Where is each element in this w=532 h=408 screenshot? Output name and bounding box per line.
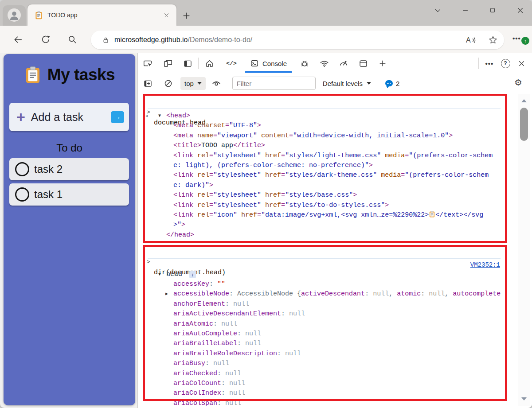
help-button[interactable]: ? bbox=[497, 56, 513, 70]
back-arrow-icon bbox=[13, 35, 23, 45]
console-command-row: > dir(document.head) bbox=[138, 246, 501, 257]
task-checkbox[interactable] bbox=[15, 162, 29, 176]
issues-bubble-icon bbox=[385, 80, 393, 86]
close-window-button[interactable] bbox=[512, 3, 528, 18]
scrollbar-thumb[interactable] bbox=[520, 108, 528, 141]
issues-count: 2 bbox=[396, 80, 399, 87]
plus-icon bbox=[378, 59, 387, 68]
expander-icon[interactable]: ▶ bbox=[165, 289, 168, 299]
clipboard-favicon-icon bbox=[35, 11, 43, 19]
tab-actions-button[interactable] bbox=[429, 3, 446, 18]
html-line: e: light), (prefers-color-scheme: no-pre… bbox=[138, 161, 505, 171]
browser-tab[interactable]: TODO app bbox=[27, 4, 176, 26]
more-menu-button[interactable]: ••• ↑ bbox=[512, 35, 528, 46]
object-property-row: ariaActiveDescendantElement: null bbox=[138, 309, 505, 319]
object-property-row: anchorElement: null bbox=[138, 299, 505, 309]
expander-icon[interactable]: ▼ bbox=[158, 111, 161, 121]
object-property-row: ariaBusy: null bbox=[138, 359, 505, 369]
todo-app-panel: My tasks + Add a task → To do task 2 tas… bbox=[4, 54, 135, 405]
task-checkbox[interactable] bbox=[15, 187, 29, 202]
device-emulation-button[interactable] bbox=[160, 56, 176, 70]
object-property-row: ariaAutoComplete: null bbox=[138, 329, 505, 339]
expander-icon[interactable]: ▼ bbox=[158, 270, 161, 280]
context-selector-dropdown[interactable]: top bbox=[180, 77, 206, 90]
console-toolbar: top Default levels 2 bbox=[138, 74, 532, 93]
inspect-element-button[interactable] bbox=[140, 56, 156, 70]
console-output: > document.head ◂▼<head><meta charset="U… bbox=[138, 93, 532, 408]
settings-gear-icon[interactable]: ⚙ bbox=[514, 77, 522, 88]
output-marker-icon: ◂ bbox=[145, 111, 148, 121]
application-tab-button[interactable] bbox=[355, 56, 371, 70]
back-button[interactable] bbox=[11, 33, 25, 46]
code-icon: </> bbox=[226, 60, 236, 67]
html-line: <link rel="stylesheet" href="styles/to-d… bbox=[138, 201, 505, 210]
add-task-label: Add a task bbox=[31, 111, 111, 124]
url-bar[interactable]: microsoftedge.github.io/Demos/demo-to-do… bbox=[91, 31, 504, 49]
network-conditions-button[interactable] bbox=[316, 56, 332, 70]
task-item[interactable]: task 1 bbox=[9, 183, 129, 206]
minimize-button[interactable] bbox=[457, 3, 473, 18]
star-icon bbox=[488, 35, 498, 45]
elements-tab-button[interactable]: </> bbox=[223, 56, 239, 70]
avatar bbox=[8, 8, 21, 22]
search-button[interactable] bbox=[65, 33, 79, 46]
console-icon bbox=[250, 59, 259, 68]
html-line: e: dark)"> bbox=[138, 181, 505, 190]
html-line: <title>TODO app</title> bbox=[138, 141, 505, 151]
live-expression-button[interactable] bbox=[208, 76, 224, 90]
devtools-menu-button[interactable]: ••• bbox=[481, 56, 497, 70]
ellipsis-icon: ••• bbox=[485, 60, 494, 67]
console-sidebar-toggle[interactable] bbox=[140, 76, 156, 90]
object-property-row: ariaColSpan: null bbox=[138, 399, 505, 408]
task-item[interactable]: task 2 bbox=[9, 158, 129, 180]
scroll-up-arrow[interactable] bbox=[521, 99, 527, 102]
clipboard-icon bbox=[24, 66, 42, 84]
log-levels-dropdown[interactable]: Default levels bbox=[323, 80, 371, 87]
info-badge-icon: i bbox=[189, 271, 196, 278]
maximize-button[interactable] bbox=[484, 3, 501, 18]
todo-header: My tasks bbox=[4, 66, 135, 84]
console-result-block: ◂▼<head><meta charset="UTF-8"><meta name… bbox=[138, 111, 505, 242]
welcome-tab-button[interactable] bbox=[201, 56, 217, 70]
maximize-icon bbox=[489, 7, 496, 14]
scroll-down-arrow[interactable] bbox=[521, 397, 527, 400]
issues-tab-button[interactable] bbox=[297, 56, 313, 70]
browser-window: TODO app bbox=[0, 0, 532, 408]
html-line: >"> bbox=[138, 220, 505, 230]
caret-down-icon bbox=[367, 82, 371, 85]
performance-tab-button[interactable] bbox=[336, 56, 352, 70]
update-badge-icon: ↑ bbox=[521, 37, 529, 45]
object-properties: accessKey: ""▶accessibleNode: Accessible… bbox=[138, 280, 505, 408]
object-property-row: ariaChecked: null bbox=[138, 369, 505, 379]
submit-task-button[interactable]: → bbox=[111, 111, 124, 123]
app-layout-icon bbox=[359, 59, 368, 68]
chevron-down-icon bbox=[434, 7, 442, 14]
favorites-button[interactable] bbox=[488, 35, 498, 45]
add-task-input[interactable]: + Add a task → bbox=[9, 103, 129, 131]
html-line: </head> bbox=[138, 230, 505, 240]
clear-console-button[interactable] bbox=[160, 76, 176, 90]
close-devtools-button[interactable] bbox=[513, 56, 529, 70]
dock-panel-button[interactable] bbox=[180, 56, 196, 70]
eye-icon bbox=[211, 78, 221, 88]
page-content: My tasks + Add a task → To do task 2 tas… bbox=[0, 53, 532, 408]
divider bbox=[478, 58, 479, 69]
more-tabs-button[interactable] bbox=[375, 56, 391, 70]
issues-counter[interactable]: 2 bbox=[385, 80, 399, 87]
object-property-row: ariaBrailleLabel: null bbox=[138, 339, 505, 349]
filter-input[interactable] bbox=[232, 77, 316, 90]
reload-button[interactable] bbox=[39, 33, 53, 46]
gauge-icon bbox=[339, 58, 348, 68]
url-text: microsoftedge.github.io/Demos/demo-to-do… bbox=[114, 36, 252, 44]
console-tab[interactable]: Console bbox=[242, 53, 295, 74]
new-tab-button[interactable] bbox=[180, 10, 192, 21]
read-aloud-button[interactable]: A bbox=[465, 35, 477, 45]
profile-button[interactable] bbox=[3, 5, 26, 26]
html-line: <meta charset="UTF-8"> bbox=[138, 121, 505, 131]
active-tab-indicator bbox=[245, 71, 292, 73]
tab-close-button[interactable] bbox=[160, 9, 172, 21]
html-line: <link rel="stylesheet" href="styles/ligh… bbox=[138, 151, 505, 161]
source-link[interactable]: VM2352:1 bbox=[470, 261, 500, 268]
clear-icon bbox=[164, 79, 173, 88]
object-property-row: ariaColCount: null bbox=[138, 379, 505, 389]
